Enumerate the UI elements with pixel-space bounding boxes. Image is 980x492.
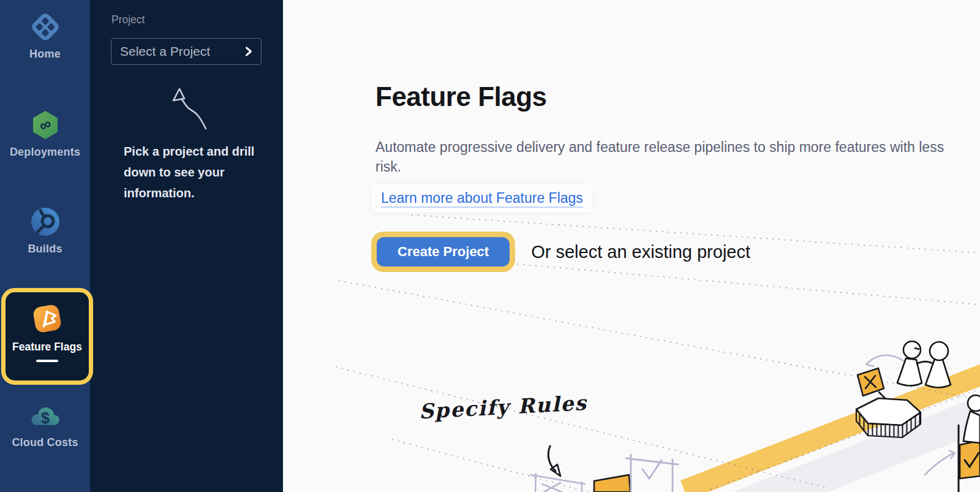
app-window: Home ∞ Deployments	[0, 0, 980, 492]
module-sidebar: Home ∞ Deployments	[0, 0, 90, 492]
create-project-button[interactable]: Create Project	[377, 237, 510, 267]
svg-text:$: $	[41, 409, 50, 426]
page-title: Feature Flags	[375, 81, 547, 112]
or-select-text: Or select an existing project	[531, 242, 750, 262]
active-indicator	[36, 360, 58, 362]
sketch-frame-check	[626, 455, 678, 492]
illustration-caption: Specify Rules	[418, 391, 588, 423]
sketch-frame-x	[530, 474, 585, 492]
page-description: Automate progressive delivery and featur…	[375, 137, 948, 176]
partial-figure	[963, 395, 980, 443]
hand-drawn-arrow-icon	[162, 83, 211, 135]
learn-more-link[interactable]: Learn more about Feature Flags	[381, 190, 583, 208]
feature-flags-icon	[31, 302, 64, 335]
feature-flags-page: Feature Flags Automate progressive deliv…	[283, 0, 980, 492]
sidebar-item-cloud-costs[interactable]: $ Cloud Costs	[0, 399, 90, 449]
illustration-platform-sketch	[815, 325, 980, 492]
project-hint-text: Pick a project and drill down to see you…	[124, 141, 257, 203]
check-flag-sketch	[960, 441, 980, 479]
stick-figures	[897, 341, 951, 388]
curved-arrow-icon	[925, 453, 953, 475]
sidebar-item-label: Home	[29, 48, 61, 61]
sidebar-item-label: Feature Flags	[12, 341, 82, 354]
yellow-flag-sketch	[594, 475, 630, 492]
sidebar-item-builds[interactable]: Builds	[0, 206, 90, 255]
sidebar-item-feature-flags[interactable]: Feature Flags	[1, 288, 93, 385]
sidebar-item-label: Deployments	[10, 146, 80, 159]
sidebar-item-label: Builds	[28, 243, 62, 255]
illustration-bottom-sketch	[524, 423, 707, 492]
deployments-icon: ∞	[29, 109, 61, 141]
project-field-label: Project	[111, 13, 145, 26]
project-panel: Project Select a Project Pick a project …	[90, 0, 283, 492]
sidebar-item-deployments[interactable]: ∞ Deployments	[0, 109, 90, 159]
cta-row: Create Project Or select an existing pro…	[371, 232, 750, 272]
create-project-highlight-ring: Create Project	[371, 232, 515, 272]
chevron-right-icon	[245, 46, 252, 57]
home-icon	[29, 11, 61, 43]
learn-more-container: Learn more about Feature Flags	[371, 184, 593, 213]
project-select[interactable]: Select a Project	[111, 38, 262, 65]
sidebar-item-label: Cloud Costs	[12, 436, 78, 449]
sidebar-item-home[interactable]: Home	[0, 11, 90, 61]
project-select-value: Select a Project	[120, 44, 245, 59]
cloud-costs-icon: $	[29, 399, 61, 431]
builds-icon	[29, 206, 61, 238]
